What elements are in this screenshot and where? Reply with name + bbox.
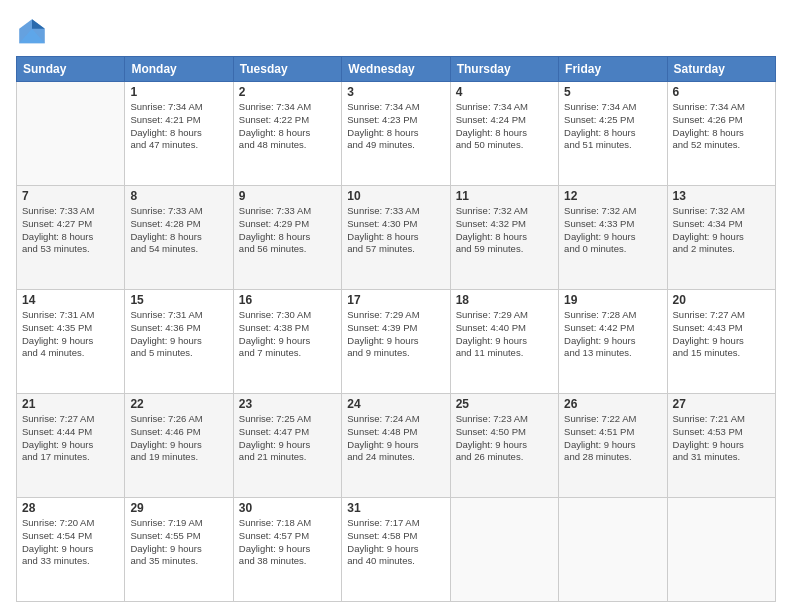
day-number: 2 [239,85,336,99]
calendar-week-row: 1Sunrise: 7:34 AM Sunset: 4:21 PM Daylig… [17,82,776,186]
day-number: 8 [130,189,227,203]
calendar-cell: 21Sunrise: 7:27 AM Sunset: 4:44 PM Dayli… [17,394,125,498]
day-info: Sunrise: 7:34 AM Sunset: 4:24 PM Dayligh… [456,101,553,152]
day-number: 30 [239,501,336,515]
calendar-day-header: Friday [559,57,667,82]
calendar-cell: 8Sunrise: 7:33 AM Sunset: 4:28 PM Daylig… [125,186,233,290]
calendar-cell: 2Sunrise: 7:34 AM Sunset: 4:22 PM Daylig… [233,82,341,186]
day-info: Sunrise: 7:32 AM Sunset: 4:32 PM Dayligh… [456,205,553,256]
calendar-day-header: Thursday [450,57,558,82]
day-info: Sunrise: 7:34 AM Sunset: 4:21 PM Dayligh… [130,101,227,152]
day-number: 14 [22,293,119,307]
day-info: Sunrise: 7:19 AM Sunset: 4:55 PM Dayligh… [130,517,227,568]
calendar-cell: 5Sunrise: 7:34 AM Sunset: 4:25 PM Daylig… [559,82,667,186]
header [16,16,776,48]
calendar-cell: 30Sunrise: 7:18 AM Sunset: 4:57 PM Dayli… [233,498,341,602]
day-number: 21 [22,397,119,411]
day-number: 7 [22,189,119,203]
calendar-cell: 19Sunrise: 7:28 AM Sunset: 4:42 PM Dayli… [559,290,667,394]
day-info: Sunrise: 7:18 AM Sunset: 4:57 PM Dayligh… [239,517,336,568]
calendar-week-row: 7Sunrise: 7:33 AM Sunset: 4:27 PM Daylig… [17,186,776,290]
calendar-cell: 11Sunrise: 7:32 AM Sunset: 4:32 PM Dayli… [450,186,558,290]
calendar-cell: 26Sunrise: 7:22 AM Sunset: 4:51 PM Dayli… [559,394,667,498]
day-number: 17 [347,293,444,307]
day-info: Sunrise: 7:28 AM Sunset: 4:42 PM Dayligh… [564,309,661,360]
day-number: 28 [22,501,119,515]
day-info: Sunrise: 7:17 AM Sunset: 4:58 PM Dayligh… [347,517,444,568]
calendar-cell [450,498,558,602]
calendar-cell: 29Sunrise: 7:19 AM Sunset: 4:55 PM Dayli… [125,498,233,602]
day-number: 15 [130,293,227,307]
day-number: 13 [673,189,770,203]
day-info: Sunrise: 7:27 AM Sunset: 4:43 PM Dayligh… [673,309,770,360]
calendar-day-header: Sunday [17,57,125,82]
calendar-cell: 31Sunrise: 7:17 AM Sunset: 4:58 PM Dayli… [342,498,450,602]
calendar-cell: 20Sunrise: 7:27 AM Sunset: 4:43 PM Dayli… [667,290,775,394]
day-info: Sunrise: 7:24 AM Sunset: 4:48 PM Dayligh… [347,413,444,464]
calendar-cell [17,82,125,186]
calendar-cell: 24Sunrise: 7:24 AM Sunset: 4:48 PM Dayli… [342,394,450,498]
calendar-day-header: Tuesday [233,57,341,82]
calendar-cell: 17Sunrise: 7:29 AM Sunset: 4:39 PM Dayli… [342,290,450,394]
day-info: Sunrise: 7:33 AM Sunset: 4:27 PM Dayligh… [22,205,119,256]
day-number: 22 [130,397,227,411]
calendar-cell: 28Sunrise: 7:20 AM Sunset: 4:54 PM Dayli… [17,498,125,602]
day-number: 24 [347,397,444,411]
day-info: Sunrise: 7:29 AM Sunset: 4:39 PM Dayligh… [347,309,444,360]
svg-marker-1 [32,19,45,29]
day-info: Sunrise: 7:26 AM Sunset: 4:46 PM Dayligh… [130,413,227,464]
calendar-cell: 7Sunrise: 7:33 AM Sunset: 4:27 PM Daylig… [17,186,125,290]
calendar-day-header: Wednesday [342,57,450,82]
day-number: 9 [239,189,336,203]
day-info: Sunrise: 7:32 AM Sunset: 4:33 PM Dayligh… [564,205,661,256]
day-info: Sunrise: 7:20 AM Sunset: 4:54 PM Dayligh… [22,517,119,568]
day-number: 1 [130,85,227,99]
day-number: 26 [564,397,661,411]
day-number: 6 [673,85,770,99]
day-number: 23 [239,397,336,411]
day-number: 3 [347,85,444,99]
day-number: 16 [239,293,336,307]
calendar-week-row: 28Sunrise: 7:20 AM Sunset: 4:54 PM Dayli… [17,498,776,602]
day-info: Sunrise: 7:33 AM Sunset: 4:29 PM Dayligh… [239,205,336,256]
day-info: Sunrise: 7:34 AM Sunset: 4:26 PM Dayligh… [673,101,770,152]
day-number: 18 [456,293,553,307]
calendar-day-header: Saturday [667,57,775,82]
calendar-cell: 10Sunrise: 7:33 AM Sunset: 4:30 PM Dayli… [342,186,450,290]
calendar-cell [559,498,667,602]
day-info: Sunrise: 7:34 AM Sunset: 4:23 PM Dayligh… [347,101,444,152]
day-info: Sunrise: 7:25 AM Sunset: 4:47 PM Dayligh… [239,413,336,464]
day-number: 4 [456,85,553,99]
calendar-cell [667,498,775,602]
page: SundayMondayTuesdayWednesdayThursdayFrid… [0,0,792,612]
day-number: 11 [456,189,553,203]
calendar-cell: 22Sunrise: 7:26 AM Sunset: 4:46 PM Dayli… [125,394,233,498]
day-info: Sunrise: 7:32 AM Sunset: 4:34 PM Dayligh… [673,205,770,256]
day-number: 20 [673,293,770,307]
day-info: Sunrise: 7:33 AM Sunset: 4:30 PM Dayligh… [347,205,444,256]
calendar-cell: 23Sunrise: 7:25 AM Sunset: 4:47 PM Dayli… [233,394,341,498]
calendar-cell: 14Sunrise: 7:31 AM Sunset: 4:35 PM Dayli… [17,290,125,394]
day-info: Sunrise: 7:29 AM Sunset: 4:40 PM Dayligh… [456,309,553,360]
day-info: Sunrise: 7:34 AM Sunset: 4:25 PM Dayligh… [564,101,661,152]
day-info: Sunrise: 7:22 AM Sunset: 4:51 PM Dayligh… [564,413,661,464]
calendar-cell: 15Sunrise: 7:31 AM Sunset: 4:36 PM Dayli… [125,290,233,394]
day-number: 27 [673,397,770,411]
calendar-cell: 18Sunrise: 7:29 AM Sunset: 4:40 PM Dayli… [450,290,558,394]
calendar-table: SundayMondayTuesdayWednesdayThursdayFrid… [16,56,776,602]
calendar-cell: 12Sunrise: 7:32 AM Sunset: 4:33 PM Dayli… [559,186,667,290]
calendar-cell: 9Sunrise: 7:33 AM Sunset: 4:29 PM Daylig… [233,186,341,290]
logo [16,16,54,48]
day-info: Sunrise: 7:21 AM Sunset: 4:53 PM Dayligh… [673,413,770,464]
calendar-header-row: SundayMondayTuesdayWednesdayThursdayFrid… [17,57,776,82]
day-number: 10 [347,189,444,203]
day-info: Sunrise: 7:30 AM Sunset: 4:38 PM Dayligh… [239,309,336,360]
day-info: Sunrise: 7:31 AM Sunset: 4:36 PM Dayligh… [130,309,227,360]
day-number: 5 [564,85,661,99]
calendar-cell: 4Sunrise: 7:34 AM Sunset: 4:24 PM Daylig… [450,82,558,186]
calendar-cell: 13Sunrise: 7:32 AM Sunset: 4:34 PM Dayli… [667,186,775,290]
day-info: Sunrise: 7:34 AM Sunset: 4:22 PM Dayligh… [239,101,336,152]
calendar-week-row: 21Sunrise: 7:27 AM Sunset: 4:44 PM Dayli… [17,394,776,498]
day-info: Sunrise: 7:27 AM Sunset: 4:44 PM Dayligh… [22,413,119,464]
day-info: Sunrise: 7:31 AM Sunset: 4:35 PM Dayligh… [22,309,119,360]
